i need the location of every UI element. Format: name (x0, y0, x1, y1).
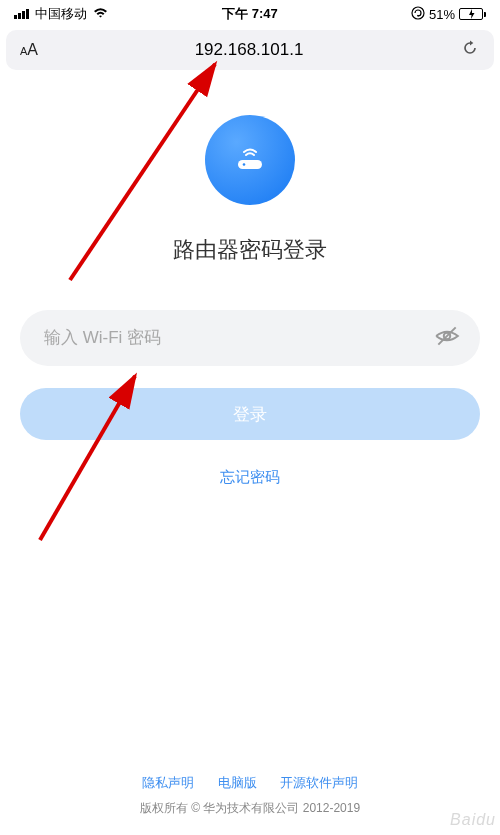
browser-url-bar[interactable]: AA 192.168.101.1 (6, 30, 494, 70)
copyright-text: 版权所有 © 华为技术有限公司 2012-2019 (0, 800, 500, 817)
page-title: 路由器密码登录 (20, 235, 480, 265)
font-size-button[interactable]: AA (20, 41, 38, 59)
eye-off-icon[interactable] (434, 323, 460, 353)
login-button[interactable]: 登录 (20, 388, 480, 440)
time-label: 下午 7:47 (222, 5, 278, 23)
status-left: 中国移动 (14, 5, 108, 23)
battery-icon (459, 8, 486, 20)
svg-rect-1 (238, 160, 262, 169)
svg-point-0 (412, 7, 424, 19)
footer: 隐私声明 电脑版 开源软件声明 版权所有 © 华为技术有限公司 2012-201… (0, 774, 500, 817)
desktop-link[interactable]: 电脑版 (218, 775, 257, 790)
footer-links: 隐私声明 电脑版 开源软件声明 (0, 774, 500, 792)
signal-icon (14, 9, 29, 19)
status-right: 51% (411, 6, 486, 23)
watermark: Baidu (450, 811, 496, 829)
battery-percent-label: 51% (429, 7, 455, 22)
carrier-label: 中国移动 (35, 5, 87, 23)
router-logo (205, 115, 295, 205)
privacy-link[interactable]: 隐私声明 (142, 775, 194, 790)
router-icon (229, 137, 271, 183)
svg-point-2 (243, 163, 246, 166)
forgot-password-link[interactable]: 忘记密码 (20, 468, 480, 487)
svg-line-4 (438, 327, 455, 344)
reload-icon[interactable] (460, 38, 480, 62)
password-input-wrapper[interactable] (20, 310, 480, 366)
password-input[interactable] (44, 328, 425, 348)
opensource-link[interactable]: 开源软件声明 (280, 775, 358, 790)
rotation-lock-icon (411, 6, 425, 23)
wifi-icon (93, 7, 108, 22)
url-display[interactable]: 192.168.101.1 (38, 40, 460, 60)
status-bar: 中国移动 下午 7:47 51% (0, 0, 500, 28)
